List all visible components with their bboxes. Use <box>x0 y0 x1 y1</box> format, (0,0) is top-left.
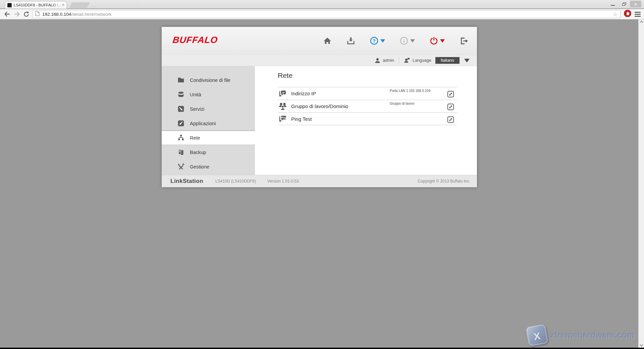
backup-icon <box>177 149 184 156</box>
sidebar-item-label: Rete <box>190 135 200 141</box>
browser-tab[interactable]: LS410DDF8 - BUFFALO Lin × <box>5 1 67 9</box>
sidebar-item-rete[interactable]: Rete <box>162 131 255 145</box>
row-label: Gruppo di lavoro/Dominio <box>291 103 348 109</box>
browser-tabstrip: LS410DDF8 - BUFFALO Lin × × <box>0 0 644 9</box>
user-bar: admin Language Italiano <box>162 55 477 66</box>
panel-footer: LinkStation LS410D (LS410DDF8) Version 1… <box>162 175 477 187</box>
sidebar-item-backup[interactable]: Backup <box>162 145 255 159</box>
sidebar-item-label: Unità <box>190 92 201 97</box>
sidebar-item-servizi[interactable]: Servizi <box>162 102 255 116</box>
copyright-text: Copyright © 2013 Buffalo Inc. <box>418 179 470 184</box>
scroll-down-icon[interactable] <box>640 343 643 347</box>
minimize-button[interactable] <box>607 1 619 7</box>
info-dropdown-icon[interactable] <box>410 39 415 43</box>
power-icon[interactable] <box>430 37 438 45</box>
open-settings-icon[interactable] <box>447 91 454 98</box>
user-name: admin <box>383 58 394 63</box>
language-indicator: Language <box>404 57 431 63</box>
vertical-scrollbar[interactable] <box>638 19 644 348</box>
folder-icon <box>177 77 184 84</box>
logout-icon[interactable] <box>460 37 468 45</box>
back-button[interactable] <box>3 10 12 18</box>
open-settings-icon[interactable] <box>447 103 454 110</box>
scroll-up-icon[interactable] <box>640 21 643 24</box>
ip-badge-icon: IP <box>278 89 287 98</box>
sidebar-item-unita[interactable]: Unità <box>162 87 255 102</box>
browser-menu-icon[interactable] <box>635 12 641 17</box>
tab-close-icon[interactable]: × <box>62 3 64 7</box>
xtremehardware-badge-icon: x <box>526 324 548 346</box>
applications-icon <box>177 120 184 127</box>
sidebar-item-gestione[interactable]: Gestione <box>162 159 255 174</box>
row-label: Indirizzo IP <box>291 91 316 96</box>
page-viewport: BUFFALO ? i <box>0 19 644 348</box>
language-select-button[interactable]: Italiano <box>435 57 460 64</box>
watermark-text: xtremehardware.com <box>550 331 635 340</box>
drive-icon <box>177 91 184 98</box>
userbar-divider <box>399 57 399 64</box>
url-host: 192.168.0.104 <box>42 12 71 17</box>
url-text[interactable]: 192.168.0.104/detail.html#network <box>42 12 613 17</box>
address-bar[interactable]: 192.168.0.104/detail.html#network ☆ <box>32 10 621 18</box>
restore-button[interactable] <box>619 1 630 7</box>
adblock-extension-icon[interactable] <box>624 10 631 18</box>
user-indicator: admin <box>375 58 394 63</box>
ping-bubble-icon: Ping <box>278 114 287 123</box>
language-icon <box>404 57 410 63</box>
tab-title: LS410DDF8 - BUFFALO Lin <box>14 3 61 7</box>
workgroup-icon <box>278 102 287 111</box>
watermark: x xtremehardware.com <box>527 326 635 345</box>
close-button[interactable]: × <box>630 1 641 7</box>
power-dropdown-icon[interactable] <box>440 39 445 43</box>
row-ping-test[interactable]: Ping Ping Test <box>278 112 457 125</box>
window-controls: × <box>607 1 641 7</box>
row-gruppo-dominio[interactable]: Gruppo di lavoro/Dominio Gruppo di lavor… <box>278 100 457 112</box>
home-icon[interactable] <box>323 37 332 45</box>
info-icon[interactable]: i <box>400 37 408 45</box>
bookmark-star-icon[interactable]: ☆ <box>613 11 618 17</box>
svg-text:IP: IP <box>282 91 285 94</box>
new-tab-button[interactable] <box>70 2 90 7</box>
page-document-icon <box>35 11 40 17</box>
open-settings-icon[interactable] <box>447 116 454 123</box>
help-dropdown-icon[interactable] <box>380 39 385 43</box>
row-detail: Gruppo di lavoro <box>390 102 415 105</box>
restore-icon <box>622 2 626 6</box>
badge-letter: x <box>533 328 542 342</box>
language-label: Language <box>413 58 431 63</box>
settings-list: IP Indirizzo IP Porta LAN 1 192.168.0.10… <box>278 87 457 125</box>
sidebar-item-label: Servizi <box>190 106 205 112</box>
row-detail: Porta LAN 1 192.168.0.104 <box>390 89 430 93</box>
services-icon <box>177 105 184 113</box>
svg-text:Ping: Ping <box>281 116 286 119</box>
browser-toolbar: 192.168.0.104/detail.html#network ☆ <box>0 9 644 19</box>
language-dropdown-icon[interactable] <box>464 59 470 62</box>
sidebar-item-label: Condivisione di file <box>190 78 230 83</box>
row-label: Ping Test <box>291 116 312 122</box>
page-title: Rete <box>278 71 292 80</box>
download-icon[interactable] <box>346 37 355 45</box>
main-content: Rete IP Indirizzo IP Porta LAN 1 192.168… <box>255 66 477 175</box>
device-model: LS410D (LS410DDF8) <box>215 179 256 184</box>
user-icon <box>375 58 380 63</box>
sidebar-item-label: Backup <box>190 150 206 155</box>
forward-button[interactable] <box>12 10 21 18</box>
sidebar-item-label: Applicazioni <box>190 121 216 126</box>
sidebar-item-label: Gestione <box>190 164 209 169</box>
svg-text:?: ? <box>373 38 376 44</box>
network-icon <box>177 134 184 142</box>
buffalo-logo: BUFFALO <box>172 35 218 45</box>
sidebar-item-condivisione[interactable]: Condivisione di file <box>162 73 255 87</box>
row-indirizzo-ip[interactable]: IP Indirizzo IP Porta LAN 1 192.168.0.10… <box>278 87 457 100</box>
svg-text:i: i <box>403 38 405 44</box>
screen-bottom-edge <box>0 348 644 349</box>
sidebar-item-applicazioni[interactable]: Applicazioni <box>162 116 255 131</box>
reload-button[interactable] <box>21 10 31 18</box>
sidebar: Condivisione di file Unità Servizi <box>162 66 255 175</box>
panel-header: BUFFALO ? i <box>162 27 477 55</box>
firmware-version: Version 1.01-0.53 <box>267 179 299 184</box>
help-icon[interactable]: ? <box>370 37 378 45</box>
buffalo-admin-panel: BUFFALO ? i <box>162 27 477 187</box>
linkstation-logo: LinkStation <box>170 178 203 185</box>
header-icon-row: ? i <box>323 27 468 55</box>
